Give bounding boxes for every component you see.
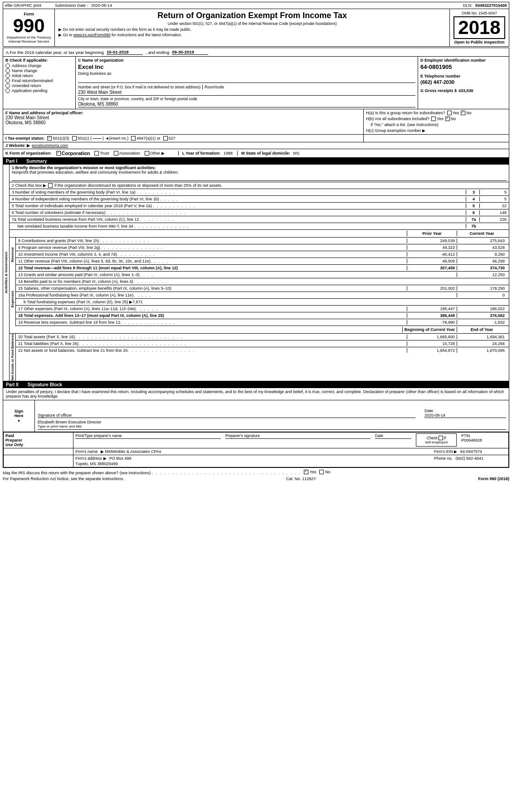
i-501c3-box[interactable]: [47, 136, 52, 141]
d-label: D Employer identification number: [420, 58, 507, 63]
hb-yes-box[interactable]: [431, 117, 436, 121]
j-label: J Website: ▶: [5, 143, 30, 148]
line4-val: 5: [479, 197, 507, 201]
paid-preparer-section: PaidPreparerUse Only Print/Type preparer…: [3, 432, 509, 467]
line2-label: 2 Check this box ▶: [12, 183, 46, 188]
part2-penalty-text: Under penalties of perjury, I declare th…: [3, 388, 509, 400]
f-city: Okolona, MS 38860: [5, 120, 361, 125]
expenses-section: Expenses 13 Grants and similar amounts p…: [10, 272, 509, 326]
form-label: Form 990 (2018): [478, 477, 509, 481]
prior-year-header: Prior Year: [407, 231, 457, 236]
line3-label: 3 Number of voting members of the govern…: [12, 190, 466, 194]
line10-prior: -40,412: [407, 252, 457, 257]
g-gross: G Gross receipts $ 433,536: [420, 88, 507, 93]
year-box: 2018: [453, 16, 505, 39]
radio-final-return[interactable]: [5, 78, 10, 83]
radio-initial-return[interactable]: [5, 73, 10, 78]
line17-current: 186,022: [457, 306, 507, 311]
line20-begin: 1,665,600: [407, 335, 457, 339]
footer-bottom: For Paperwork Reduction Act Notice, see …: [3, 477, 509, 481]
k-corp-box[interactable]: [56, 151, 61, 156]
line6-label: 6 Total number of volunteers (estimate i…: [12, 210, 466, 215]
hc-row: H(c) Group exemption number ▶: [366, 128, 507, 133]
footer: May the IRS discuss this return with the…: [3, 470, 509, 475]
line22-end: 1,670,095: [457, 348, 507, 353]
check-initial-return: Initial return: [5, 73, 73, 78]
discuss-yes-box[interactable]: [304, 470, 308, 474]
dln-label: DLN: 93493227015400: [463, 3, 507, 8]
line21-begin: 10,728: [407, 341, 457, 346]
city-value: Okolona, MS 38860: [78, 101, 415, 107]
discuss-no-box[interactable]: [319, 470, 324, 474]
line1-label: 1 Briefly describe the organization's mi…: [12, 165, 507, 170]
arrow2: ▶ Go to www.irs.gov/Form990 for instruct…: [59, 33, 446, 37]
check-application-pending: Application pending: [5, 88, 73, 93]
submission-date-label: Submission Date - 2020-08-14: [55, 3, 112, 8]
ha-no-box[interactable]: [461, 111, 465, 115]
cat-no: Cat. No. 11282Y: [286, 477, 317, 481]
dba-label: Doing business as: [78, 71, 415, 76]
preparer-name-value: [75, 439, 220, 447]
firm-ein-label: Firm's EIN ▶: [434, 449, 457, 454]
k-trust-box[interactable]: [94, 151, 99, 156]
line19-prior: -78,990: [407, 320, 457, 325]
line18-current: 376,562: [457, 313, 507, 318]
radio-name-change[interactable]: [5, 68, 10, 73]
line9-current: 43,528: [457, 245, 507, 250]
ha-row: H(a) Is this a group return for subordin…: [366, 111, 507, 115]
i-label: I Tax-exempt status:: [5, 136, 44, 141]
officer-name: Elizabeth Brown Executive Director: [38, 420, 506, 424]
line2-checkbox[interactable]: [48, 183, 53, 188]
revenue-label: Revenue: [10, 247, 15, 262]
section-b-label: B Check if applicable:: [5, 58, 73, 63]
part1-body: Activities & Governance 1 Briefly descri…: [3, 165, 509, 381]
line9-prior: 49,323: [407, 245, 457, 250]
ein-value: 64-0801905: [420, 63, 507, 70]
line7a-label: 7a Total unrelated business revenue from…: [12, 217, 466, 222]
f-address: 230 West Main Street: [5, 115, 361, 120]
line19-current: -1,832: [457, 320, 507, 325]
sign-here-label: Sign: [15, 409, 24, 413]
sign-here-section: Sign Here ▼ Signature of officer Date 20…: [3, 400, 509, 432]
section-a: A For the 2019 calendar year, or tax yea…: [3, 48, 509, 56]
hb-no-box[interactable]: [445, 117, 450, 121]
line21-end: 24,266: [457, 341, 507, 346]
radio-address-change[interactable]: [5, 63, 10, 68]
k-other-box[interactable]: [145, 151, 149, 156]
return-title: Return of Organization Exempt From Incom…: [59, 11, 446, 20]
line15-current: 178,290: [457, 286, 507, 291]
i-501c-box[interactable]: [72, 136, 77, 141]
return-subtitle: Under section 501(c), 527, or 4947(a)(1)…: [59, 21, 446, 26]
j-website: excelcommons.com: [32, 143, 68, 148]
check-name-change: Name change: [5, 68, 73, 73]
efile-label: efile GRAPHIC print: [5, 3, 41, 8]
line13-current: 12,250: [457, 272, 507, 277]
firm-name-value: ▶ MMWinkler & Associates CPAs: [101, 449, 161, 454]
phone-value: (662) 447-2030: [420, 79, 507, 85]
self-employed-check[interactable]: [439, 436, 443, 440]
ha-yes-box[interactable]: [447, 111, 452, 115]
end-year-header: End of Year: [457, 327, 507, 332]
omb-number: OMB No. 1545-0047: [453, 11, 506, 15]
k-assoc-box[interactable]: [114, 151, 118, 156]
ptin-label: PTIN: [461, 433, 507, 438]
paperwork-label: For Paperwork Reduction Act Notice, see …: [3, 477, 124, 481]
i-527-box[interactable]: [163, 136, 168, 141]
check-final-return: Final return/terminated: [5, 78, 73, 83]
current-year-header: Current Year: [457, 231, 507, 236]
part2-header: Part II Signature Block: [3, 381, 509, 388]
line8-current: 275,643: [457, 238, 507, 243]
line7b-num: 7b: [466, 224, 479, 229]
line11-current: 46,299: [457, 259, 507, 263]
line4-label: 4 Number of independent voting members o…: [12, 197, 466, 201]
radio-amended-return[interactable]: [5, 83, 10, 88]
ptin-value: P00646628: [461, 438, 507, 442]
phone-no-label: Phone no.: [434, 456, 453, 461]
radio-application-pending[interactable]: [5, 88, 10, 93]
i-4947-box[interactable]: [131, 136, 136, 141]
activities-label: Activities & Governance: [4, 252, 8, 293]
line6-val: 148: [479, 210, 507, 215]
preparer-date-label: Date: [375, 433, 411, 439]
part1-header: Part I Summary: [3, 158, 509, 165]
firm-ein-value: 64-0947574: [460, 449, 482, 454]
